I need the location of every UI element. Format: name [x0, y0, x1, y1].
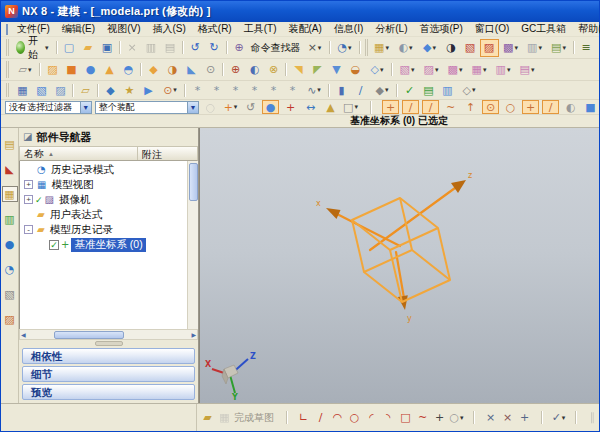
swept-icon[interactable]: ◣	[182, 61, 201, 79]
redo-icon[interactable]: ↻	[205, 39, 224, 57]
gear-modeling-icon-6[interactable]: *	[283, 82, 302, 98]
vertical-scrollbar[interactable]	[187, 161, 198, 329]
wave-geometry-linker-icon[interactable]: ◆	[101, 82, 120, 98]
layer-settings-icon[interactable]: ≡	[577, 39, 596, 57]
copy-icon[interactable]: ▥	[142, 39, 161, 57]
profile-icon[interactable]: ∟	[295, 409, 312, 427]
column-header-name[interactable]: 名称 ▲	[20, 147, 138, 160]
snap-intersection-icon[interactable]: ↑	[462, 100, 479, 114]
orient-view-icon[interactable]: ◐	[394, 39, 418, 57]
brush-icon[interactable]: ◆	[370, 82, 394, 98]
new-file-icon[interactable]: ▢	[60, 39, 79, 57]
quick-extend-icon[interactable]: ×	[499, 409, 516, 427]
close-finder-icon[interactable]: ×	[303, 39, 327, 57]
snap-bounded-plane-icon[interactable]: ■	[582, 100, 599, 114]
command-finder-label[interactable]: 命令查找器	[251, 41, 301, 55]
menu-format[interactable]: 格式(R)	[192, 22, 238, 36]
title-bar[interactable]: N NX 8 - 建模 - [_modela.prt (修改的) ]	[1, 1, 599, 22]
horizontal-scrollbar[interactable]: ◀ ▶	[19, 329, 198, 340]
snap-quadrant-icon[interactable]: ○	[502, 100, 519, 114]
touch-mode-icon[interactable]: ◔	[333, 39, 357, 57]
panel-splitter[interactable]	[19, 340, 198, 347]
history-tab[interactable]: ◔	[2, 261, 18, 277]
circle-icon[interactable]: ○	[346, 409, 363, 427]
tree-expander[interactable]	[24, 165, 33, 174]
shaded-view-icon[interactable]: ◆	[418, 39, 442, 57]
tree-item-user-expressions[interactable]: ▰ 用户表达式	[20, 207, 187, 222]
menu-tools[interactable]: 工具(T)	[238, 22, 283, 36]
tree-expander[interactable]	[24, 210, 33, 219]
part-family-icon[interactable]: ▮	[332, 82, 351, 98]
sphere-icon[interactable]: ◓	[119, 61, 138, 79]
select-scope-icon[interactable]: ●	[262, 100, 279, 114]
scroll-right-icon[interactable]: ▶	[191, 331, 196, 338]
scrollbar-thumb[interactable]	[54, 331, 124, 339]
spring-tool-icon[interactable]: ∿	[302, 82, 326, 98]
make-corner-icon[interactable]: +	[516, 409, 533, 427]
finish-sketch-label[interactable]: 完成草图	[234, 411, 274, 425]
play-macro-icon[interactable]: ▶	[139, 82, 158, 98]
paste-feature-icon[interactable]: ▱	[76, 82, 95, 98]
snap-enable-icon[interactable]: +	[382, 100, 399, 114]
web-browser-tab[interactable]: ●	[2, 236, 18, 252]
grab-hand-icon[interactable]: ▲	[322, 100, 339, 114]
tree-item-model-views[interactable]: + ▦ 模型视图	[20, 177, 187, 192]
revolve-icon[interactable]: ◑	[163, 61, 182, 79]
unite-icon[interactable]: ⊕	[226, 61, 245, 79]
chevron-down-icon[interactable]: ▼	[80, 102, 91, 113]
requirements-icon[interactable]: ▤	[419, 82, 438, 98]
gear-modeling-icon-1[interactable]: *	[188, 82, 207, 98]
tree-item-model-history[interactable]: - ▰ 模型历史记录	[20, 222, 187, 237]
subtract-icon[interactable]: ◐	[245, 61, 264, 79]
toolbar-grip[interactable]	[6, 83, 11, 97]
point-icon[interactable]: +	[431, 409, 448, 427]
section-view-icon[interactable]: ▧	[461, 39, 480, 57]
mute-filter-icon[interactable]: ○	[202, 100, 219, 114]
delete-face-icon[interactable]: ▥	[491, 61, 515, 79]
check-mate-icon[interactable]: ✓	[400, 82, 419, 98]
visual-effects-icon[interactable]: ▤	[547, 39, 571, 57]
constraint-navigator-tab[interactable]: ◣	[2, 161, 18, 177]
section-preview[interactable]: 预览	[22, 384, 195, 400]
undo-selection-icon[interactable]: ↺	[242, 100, 259, 114]
part-navigator-tab[interactable]: ▦	[2, 186, 18, 202]
toolbar-grip[interactable]	[6, 39, 9, 56]
menu-view[interactable]: 视图(V)	[101, 22, 146, 36]
offset-region-icon[interactable]: ▩	[443, 61, 467, 79]
ellipse-icon[interactable]: ○	[448, 409, 465, 427]
save-icon[interactable]: ▣	[98, 39, 117, 57]
menu-window[interactable]: 窗口(O)	[469, 22, 515, 36]
chevron-down-icon[interactable]: ▼	[187, 102, 198, 113]
line-icon[interactable]: /	[312, 409, 329, 427]
tube-icon[interactable]: ⊙	[201, 61, 220, 79]
selection-scope-dropdown[interactable]: 整个装配 ▼	[95, 101, 199, 114]
assembly-navigator-tab[interactable]: ▤	[2, 136, 18, 152]
intersect-icon[interactable]: ⊗	[264, 61, 283, 79]
move-face-icon[interactable]: ▧	[395, 61, 419, 79]
start-button[interactable]: 开始	[11, 39, 54, 57]
tree-expander[interactable]: -	[24, 225, 33, 234]
column-header-note[interactable]: 附注	[138, 147, 197, 160]
menu-insert[interactable]: 插入(S)	[146, 22, 191, 36]
utilities-icon[interactable]: ★	[120, 82, 139, 98]
menu-assemblies[interactable]: 装配(A)	[282, 22, 327, 36]
rectangle-icon[interactable]: □	[397, 409, 414, 427]
pan-view-icon[interactable]: ↔	[302, 100, 319, 114]
pen-annotate-icon[interactable]: /	[351, 82, 370, 98]
tree-expander[interactable]	[38, 240, 47, 249]
snap-control-point-icon[interactable]: ~	[442, 100, 459, 114]
extrude-icon[interactable]: ◆	[144, 61, 163, 79]
journal-icon[interactable]: ⊙	[158, 82, 182, 98]
menu-preferences[interactable]: 首选项(P)	[414, 22, 469, 36]
pull-face-icon[interactable]: ▨	[419, 61, 443, 79]
fillet-icon[interactable]: ◜	[363, 409, 380, 427]
menu-help[interactable]: 帮助(H)	[572, 22, 600, 36]
section-details[interactable]: 细节	[22, 366, 195, 382]
trim-body-icon[interactable]: ▼	[327, 61, 346, 79]
tree-item-history-mode[interactable]: ◔ 历史记录模式	[20, 162, 187, 177]
wireframe-primitives-icon[interactable]: ◇	[365, 61, 389, 79]
toolbar-grip[interactable]	[6, 61, 11, 78]
displayed-part-icon[interactable]: ▦	[370, 39, 394, 57]
menu-information[interactable]: 信息(I)	[328, 22, 369, 36]
clip-section-icon[interactable]: ▨	[480, 39, 499, 57]
